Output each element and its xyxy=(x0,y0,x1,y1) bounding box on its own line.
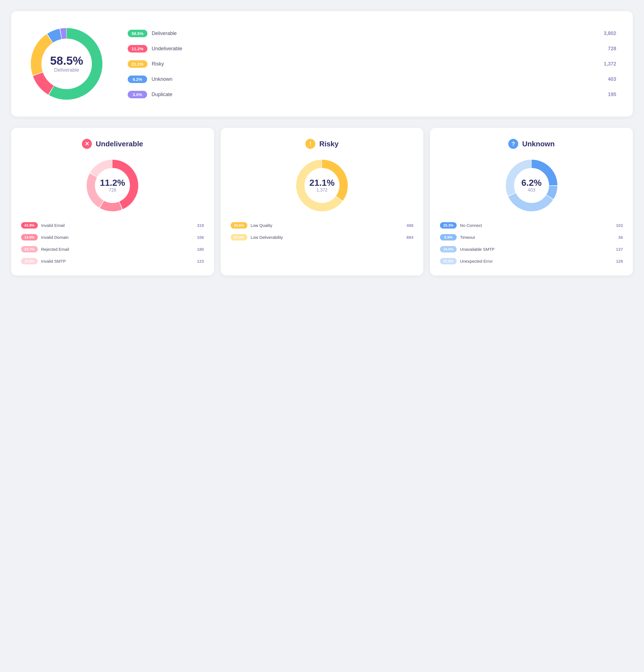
legend-count: 3,802 xyxy=(604,31,616,36)
legend-badge: 11.2% xyxy=(128,45,147,52)
unknown-pct: 6.2% xyxy=(521,178,542,188)
risky-title: Risky xyxy=(319,140,338,148)
card-risky-header: ! Risky xyxy=(231,139,414,149)
sub-count: 180 xyxy=(197,247,204,252)
unknown-count: 403 xyxy=(521,188,542,193)
main-donut-label: Deliverable xyxy=(50,68,83,73)
sub-badge: 64.4% xyxy=(231,234,247,240)
sub-count: 36 xyxy=(618,235,623,240)
undeliverable-count: 728 xyxy=(100,188,125,193)
unknown-sub-items: 25.3% No Connect 102 8.9% Timeout 36 34.… xyxy=(440,222,623,264)
undeliverable-donut-center: 11.2% 728 xyxy=(100,178,125,193)
sub-item: 34.0% Unavailable SMTP 137 xyxy=(440,246,623,252)
legend-badge: 3.0% xyxy=(128,91,147,98)
undeliverable-pct: 11.2% xyxy=(100,178,125,188)
sub-count: 106 xyxy=(197,235,204,240)
main-donut-center: 58.5% Deliverable xyxy=(50,55,83,73)
sub-item: 64.4% Low Deliverability 884 xyxy=(231,234,414,240)
legend-item: 6.2% Unknown 403 xyxy=(128,75,616,83)
legend-name: Deliverable xyxy=(152,31,599,36)
sub-badge: 43.8% xyxy=(21,222,38,229)
card-undeliverable: ✕ Undeliverable 11.2% 728 43.8% Invalid … xyxy=(11,128,214,275)
unknown-donut: 6.2% 403 xyxy=(504,158,559,213)
sub-badge: 8.9% xyxy=(440,234,457,240)
sub-item: 16.9% Invalid SMTP 123 xyxy=(21,258,204,264)
legend-badge: 6.2% xyxy=(128,75,147,83)
card-undeliverable-header: ✕ Undeliverable xyxy=(21,139,204,149)
sub-item: 25.3% No Connect 102 xyxy=(440,222,623,229)
sub-name: Unexpected Error xyxy=(460,259,612,264)
undeliverable-donut-wrap: 11.2% 728 xyxy=(21,158,204,213)
card-risky: ! Risky 21.1% 1,372 35.6% Low Quality 48… xyxy=(221,128,424,275)
undeliverable-icon: ✕ xyxy=(82,139,92,149)
undeliverable-title: Undeliverable xyxy=(96,140,143,148)
risky-icon: ! xyxy=(305,139,315,149)
sub-badge: 24.7% xyxy=(21,246,38,252)
sub-name: Unavailable SMTP xyxy=(460,247,612,252)
unknown-icon: ? xyxy=(508,139,518,149)
card-unknown-header: ? Unknown xyxy=(440,139,623,149)
unknown-donut-wrap: 6.2% 403 xyxy=(440,158,623,213)
sub-item: 24.7% Rejected Email 180 xyxy=(21,246,204,252)
sub-count: 884 xyxy=(406,235,413,240)
legend-count: 195 xyxy=(608,92,616,97)
sub-name: Invalid SMTP xyxy=(41,259,194,264)
sub-item: 14.6% Invalid Domain 106 xyxy=(21,234,204,240)
sub-count: 128 xyxy=(616,259,623,264)
sub-name: Low Quality xyxy=(251,223,403,228)
card-unknown: ? Unknown 6.2% 403 25.3% No Connect 102 … xyxy=(430,128,633,275)
sub-count: 319 xyxy=(197,223,204,228)
sub-count: 488 xyxy=(406,223,413,228)
legend-item: 3.0% Duplicate 195 xyxy=(128,91,616,98)
sub-badge: 31.8% xyxy=(440,258,457,264)
sub-name: Invalid Email xyxy=(41,223,194,228)
sub-item: 35.6% Low Quality 488 xyxy=(231,222,414,229)
cards-row: ✕ Undeliverable 11.2% 728 43.8% Invalid … xyxy=(11,128,633,275)
main-donut-pct: 58.5% xyxy=(50,55,83,67)
legend-name: Duplicate xyxy=(151,92,604,97)
sub-name: Timeout xyxy=(460,235,615,240)
sub-count: 123 xyxy=(197,259,204,264)
top-overview-card: 58.5% Deliverable 58.5% Deliverable 3,80… xyxy=(11,11,633,117)
legend-count: 403 xyxy=(608,76,616,82)
risky-pct: 21.1% xyxy=(309,178,335,188)
unknown-title: Unknown xyxy=(522,140,555,148)
sub-count: 102 xyxy=(616,223,623,228)
risky-count: 1,372 xyxy=(309,188,335,193)
undeliverable-sub-items: 43.8% Invalid Email 319 14.6% Invalid Do… xyxy=(21,222,204,264)
unknown-donut-center: 6.2% 403 xyxy=(521,178,542,193)
sub-badge: 14.6% xyxy=(21,234,38,240)
risky-donut-wrap: 21.1% 1,372 xyxy=(231,158,414,213)
legend-item: 11.2% Undeliverable 728 xyxy=(128,45,616,52)
main-legend: 58.5% Deliverable 3,802 11.2% Undelivera… xyxy=(128,30,616,98)
sub-badge: 34.0% xyxy=(440,246,457,252)
legend-badge: 21.1% xyxy=(128,60,147,68)
sub-badge: 16.9% xyxy=(21,258,38,264)
legend-name: Risky xyxy=(152,61,599,67)
legend-item: 58.5% Deliverable 3,802 xyxy=(128,30,616,37)
sub-name: Rejected Email xyxy=(41,247,194,252)
risky-donut: 21.1% 1,372 xyxy=(294,158,350,213)
main-donut-chart: 58.5% Deliverable xyxy=(28,25,106,103)
sub-item: 31.8% Unexpected Error 128 xyxy=(440,258,623,264)
undeliverable-donut: 11.2% 728 xyxy=(85,158,140,213)
legend-item: 21.1% Risky 1,372 xyxy=(128,60,616,68)
risky-donut-center: 21.1% 1,372 xyxy=(309,178,335,193)
sub-name: Low Deliverability xyxy=(251,235,403,240)
sub-item: 43.8% Invalid Email 319 xyxy=(21,222,204,229)
sub-name: Invalid Domain xyxy=(41,235,194,240)
legend-count: 1,372 xyxy=(604,61,616,67)
sub-badge: 35.6% xyxy=(231,222,247,229)
sub-item: 8.9% Timeout 36 xyxy=(440,234,623,240)
legend-badge: 58.5% xyxy=(128,30,147,37)
sub-count: 137 xyxy=(616,247,623,252)
risky-sub-items: 35.6% Low Quality 488 64.4% Low Delivera… xyxy=(231,222,414,240)
legend-name: Unknown xyxy=(151,76,604,82)
sub-badge: 25.3% xyxy=(440,222,457,229)
legend-name: Undeliverable xyxy=(152,46,604,52)
legend-count: 728 xyxy=(608,46,616,52)
sub-name: No Connect xyxy=(460,223,612,228)
